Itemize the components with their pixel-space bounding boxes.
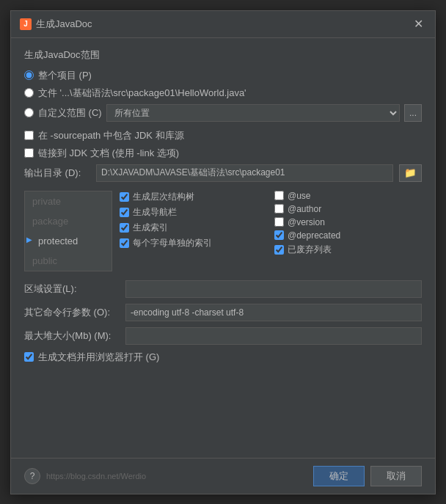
opt-deprecated-label: @deprecated: [288, 230, 340, 241]
open-browser-checkbox[interactable]: [24, 352, 34, 362]
help-button[interactable]: ?: [24, 468, 40, 484]
opt-deprecated-checkbox[interactable]: [274, 230, 284, 240]
opt-hierarchy-label: 生成层次结构树: [133, 191, 194, 203]
close-button[interactable]: ✕: [411, 17, 426, 32]
opt-hierarchy-checkbox[interactable]: [120, 192, 129, 202]
dialog-footer: ? https://blog.csdn.net/Werdio 确定 取消: [11, 458, 435, 494]
cmdargs-input[interactable]: [125, 304, 422, 321]
dialog-content: 生成JavaDoc范围 整个项目 (P) 文件 '...\基础语法\src\pa…: [11, 38, 435, 458]
include-jdk-label: 在 -sourcepath 中包含 JDK 和库源: [38, 129, 184, 142]
heapsize-label: 最大堆大小(Mb) (M):: [24, 329, 120, 343]
main-section: private package protected public 生成层次结构树…: [24, 191, 422, 271]
scope-custom-row: 自定义范围 (C) 所有位置 ...: [24, 104, 422, 122]
vis-public[interactable]: public: [25, 251, 112, 271]
vis-protected[interactable]: protected: [25, 231, 112, 251]
dialog-title: 生成JavaDoc: [36, 18, 92, 31]
heapsize-row: 最大堆大小(Mb) (M):: [24, 327, 422, 345]
opt-deprecated-row: @deprecated: [274, 230, 422, 241]
scope-custom-radio[interactable]: [24, 108, 34, 117]
folder-icon: 📁: [404, 167, 417, 178]
scope-whole-project-row: 整个项目 (P): [24, 69, 422, 82]
title-bar-left: J 生成JavaDoc: [20, 18, 92, 31]
opt-navbar-checkbox[interactable]: [120, 208, 129, 217]
scope-custom-select[interactable]: 所有位置: [106, 104, 400, 122]
opt-version-label: @version: [288, 217, 325, 227]
link-jdk-label: 链接到 JDK 文档 (使用 -link 选项): [38, 147, 179, 160]
right-options-col: @use @author @version @deprecated: [274, 191, 422, 271]
visibility-panel: private package protected public: [24, 191, 112, 271]
include-jdk-checkbox[interactable]: [24, 131, 34, 140]
opt-index-checkbox[interactable]: [120, 223, 129, 233]
scope-file-radio[interactable]: [24, 88, 34, 98]
opt-use-row: @use: [274, 191, 422, 201]
opt-version-checkbox[interactable]: [274, 217, 284, 227]
scope-whole-project-label: 整个项目 (P): [38, 69, 92, 82]
opt-deprecated-list-label: 已废弃列表: [288, 244, 332, 256]
generate-javadoc-dialog: J 生成JavaDoc ✕ 生成JavaDoc范围 整个项目 (P) 文件 '.…: [10, 10, 436, 494]
locale-label: 区域设置(L):: [24, 282, 120, 296]
title-bar: J 生成JavaDoc ✕: [11, 11, 435, 38]
footer-left: ? https://blog.csdn.net/Werdio: [24, 468, 146, 484]
vis-package[interactable]: package: [25, 211, 112, 231]
cmdargs-label: 其它命令行参数 (O):: [24, 306, 120, 319]
url-hint: https://blog.csdn.net/Werdio: [46, 472, 146, 481]
opt-split-index-row: 每个字母单独的索引: [120, 237, 267, 249]
app-icon: J: [20, 18, 32, 30]
opt-author-label: @author: [288, 204, 321, 214]
opt-author-checkbox[interactable]: [274, 204, 284, 213]
opt-version-row: @version: [274, 217, 422, 227]
link-jdk-row: 链接到 JDK 文档 (使用 -link 选项): [24, 147, 422, 160]
include-jdk-row: 在 -sourcepath 中包含 JDK 和库源: [24, 129, 422, 142]
output-label: 输出目录 (D):: [24, 167, 90, 180]
scope-file-row: 文件 '...\基础语法\src\package01\HelloWorld.ja…: [24, 87, 422, 100]
opt-use-checkbox[interactable]: [274, 191, 284, 200]
cancel-button[interactable]: 取消: [370, 466, 422, 486]
scope-whole-project-radio[interactable]: [24, 70, 34, 80]
custom-scope-browse-button[interactable]: ...: [404, 104, 422, 122]
left-options-col: 生成层次结构树 生成导航栏 生成索引 每个字母单独的索引: [120, 191, 267, 271]
opt-deprecated-list-checkbox[interactable]: [274, 245, 284, 255]
opt-navbar-label: 生成导航栏: [133, 206, 177, 219]
link-jdk-checkbox[interactable]: [24, 148, 34, 158]
scope-custom-label: 自定义范围 (C): [38, 106, 102, 120]
opt-split-index-label: 每个字母单独的索引: [133, 237, 212, 249]
scope-section-title: 生成JavaDoc范围: [24, 48, 422, 62]
opt-use-label: @use: [288, 191, 311, 201]
locale-row: 区域设置(L):: [24, 280, 422, 298]
output-browse-button[interactable]: 📁: [399, 164, 422, 182]
footer-right: 确定 取消: [313, 466, 422, 486]
cmdargs-row: 其它命令行参数 (O):: [24, 304, 422, 321]
opt-navbar-row: 生成导航栏: [120, 206, 267, 219]
vis-private[interactable]: private: [25, 191, 112, 211]
output-row: 输出目录 (D): 📁: [24, 164, 422, 182]
output-input[interactable]: [96, 164, 393, 182]
open-browser-label: 生成文档并用浏览器打开 (G): [38, 351, 159, 364]
opt-split-index-checkbox[interactable]: [120, 238, 129, 248]
open-browser-row: 生成文档并用浏览器打开 (G): [24, 351, 422, 364]
heapsize-input[interactable]: [125, 327, 422, 345]
locale-input[interactable]: [125, 280, 422, 298]
options-panels: 生成层次结构树 生成导航栏 生成索引 每个字母单独的索引: [120, 191, 422, 271]
confirm-button[interactable]: 确定: [313, 466, 365, 486]
scope-file-label: 文件 '...\基础语法\src\package01\HelloWorld.ja…: [38, 87, 246, 100]
opt-hierarchy-row: 生成层次结构树: [120, 191, 267, 203]
scope-radio-group: 整个项目 (P) 文件 '...\基础语法\src\package01\Hell…: [24, 69, 422, 122]
opt-index-row: 生成索引: [120, 222, 267, 234]
opt-index-label: 生成索引: [133, 222, 168, 234]
opt-author-row: @author: [274, 204, 422, 214]
opt-deprecated-list-row: 已废弃列表: [274, 244, 422, 256]
